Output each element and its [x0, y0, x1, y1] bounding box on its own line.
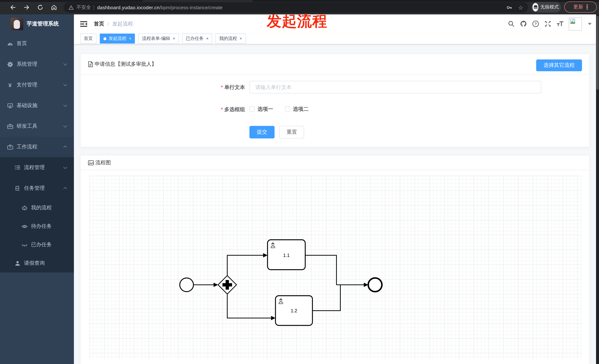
bookmark-star-icon[interactable]: ☆ [518, 5, 523, 10]
flow-task2-to-join [312, 285, 340, 311]
org-branch-icon [14, 185, 21, 192]
sidebar-item-workflow[interactable]: 工作流程 [0, 137, 74, 157]
yen-icon: ¥ [7, 82, 13, 88]
toolbox-icon [7, 123, 13, 130]
view-tab-start-process[interactable]: 发起流程× [100, 34, 135, 43]
document-icon [88, 61, 93, 67]
sidebar-item-dev-tools[interactable]: 研发工具 [0, 116, 74, 137]
reset-button[interactable]: 重置 [279, 126, 304, 138]
annotation-text: 发起流程 [267, 11, 327, 31]
dashboard-icon [7, 40, 13, 47]
forward-icon[interactable] [23, 4, 30, 11]
sidebar-item-label: 首页 [17, 40, 27, 47]
sidebar-item-process-mgmt[interactable]: 流程管理 [0, 157, 74, 178]
omnibox-divider [94, 5, 94, 10]
home-icon[interactable] [51, 4, 57, 11]
incognito-badge: 无痕模式 [531, 2, 561, 13]
font-size-icon[interactable] [556, 20, 564, 27]
view-tab-my-process[interactable]: 我的流程× [216, 34, 246, 43]
checkbox-option-1-label[interactable]: 选项一 [257, 106, 273, 113]
tab-close-icon[interactable]: × [240, 37, 242, 41]
avatar-caret-icon[interactable] [588, 23, 592, 25]
bpmn-parallel-gateway [218, 276, 237, 294]
breadcrumb-home[interactable]: 首页 [94, 20, 104, 27]
app-title: 芋道管理系统 [26, 20, 59, 27]
sidebar-item-label: 系统管理 [17, 61, 37, 68]
page-scrollbar[interactable] [596, 14, 599, 364]
tab-close-icon[interactable]: × [206, 37, 209, 41]
search-icon[interactable] [508, 20, 515, 27]
sidebar-item-my-process[interactable]: 我的流程 [0, 199, 74, 217]
sidebar-item-label: 待办任务 [31, 223, 52, 230]
svg-text:?: ? [535, 22, 537, 26]
chevron-down-icon [63, 103, 67, 107]
view-tabbar: 首页 发起流程× 流程表单-编辑× 已办任务× 我的流程× [74, 33, 599, 44]
flow-task1-to-join [305, 255, 336, 285]
not-secure-icon [68, 5, 74, 10]
scrollbar-thumb[interactable] [596, 16, 599, 90]
update-label[interactable]: 更新 [573, 4, 583, 10]
browser-active-tab[interactable] [142, 0, 253, 2]
bpmn-user-task-2: 1.2 [275, 296, 312, 325]
main-area: 首页 / 发起流程 ? 首页 发起流程× [74, 14, 599, 364]
apply-info-card: 申请信息【测试多审批人】 选择其它流程 *单行文本 *多选框组 选项一 选项二 … [80, 53, 590, 147]
sidebar-item-label: 工作流程 [17, 144, 37, 150]
sidebar-item-label: 支付管理 [17, 82, 37, 88]
app-logo[interactable]: 芋道管理系统 [0, 14, 74, 33]
sidebar-item-label: 研发工具 [17, 123, 37, 130]
sidebar-collapse-icon[interactable] [80, 20, 88, 27]
avatar[interactable] [569, 17, 582, 30]
single-line-text-input[interactable] [249, 81, 541, 93]
fullscreen-icon[interactable] [544, 20, 551, 27]
checkbox-option-1[interactable] [249, 106, 255, 111]
checkbox-option-2-label[interactable]: 选项二 [293, 106, 308, 113]
gear-icon [7, 61, 13, 68]
user-icon [14, 260, 21, 267]
browser-menu-icon[interactable] [587, 4, 588, 10]
submit-button[interactable]: 提交 [249, 126, 274, 138]
url-path[interactable]: /bpm/process-instance/create [159, 5, 222, 10]
chevron-down-icon [63, 83, 67, 86]
tab-close-icon[interactable]: × [173, 37, 175, 41]
page-content: 申请信息【测试多审批人】 选择其它流程 *单行文本 *多选框组 选项一 选项二 … [74, 44, 599, 364]
chevron-down-icon [63, 124, 67, 127]
sidebar-item-leave-query[interactable]: 请假查询 [0, 254, 74, 272]
password-key-icon[interactable] [506, 4, 512, 10]
checkbox-group-label: *多选框组 [221, 106, 245, 113]
sidebar-item-task-mgmt[interactable]: 任务管理 [0, 178, 74, 199]
security-label[interactable]: 不安全 [77, 4, 91, 11]
view-tab-form-edit[interactable]: 流程表单-编辑× [138, 34, 179, 43]
sidebar-item-todo-tasks[interactable]: 待办任务 [0, 217, 74, 236]
reload-icon[interactable] [37, 4, 44, 11]
bpmn-start-event [180, 278, 194, 292]
sidebar-item-payment[interactable]: ¥ 支付管理 [0, 75, 74, 95]
view-tab-done-tasks[interactable]: 已办任务× [182, 34, 212, 43]
card-title: 申请信息【测试多审批人】 [88, 61, 157, 67]
sidebar: 芋道管理系统 首页 系统管理 ¥ 支付管理 基础设施 [0, 14, 74, 364]
incognito-icon [532, 3, 538, 11]
sidebar-item-infrastructure[interactable]: 基础设施 [0, 95, 74, 116]
flow-gateway-to-task1 [227, 255, 264, 276]
chevron-up-icon [63, 146, 67, 149]
view-tab-home[interactable]: 首页 [80, 34, 97, 43]
briefcase-icon [7, 144, 13, 150]
github-icon[interactable] [520, 20, 527, 27]
sidebar-item-home[interactable]: 首页 [0, 33, 74, 54]
tab-close-icon[interactable]: × [129, 37, 131, 41]
checkbox-option-2[interactable] [285, 106, 290, 111]
bpmn-canvas: 1.1 [89, 176, 582, 359]
browser-update-button[interactable]: 更新 [564, 1, 597, 13]
choose-other-process-button[interactable]: 选择其它流程 [536, 59, 582, 71]
url-domain[interactable]: dashboard.yudao.iocoder.cn [97, 5, 159, 10]
sidebar-item-label: 请假查询 [24, 260, 45, 267]
arrowhead [214, 283, 218, 287]
flow-gateway-to-task2 [227, 294, 272, 318]
bpmn-user-task-1: 1.1 [268, 240, 305, 270]
help-icon[interactable]: ? [532, 20, 539, 27]
browser-tabstrip [0, 0, 599, 2]
sidebar-item-system[interactable]: 系统管理 [0, 54, 74, 75]
breadcrumb-separator: / [107, 21, 109, 27]
sidebar-item-done-tasks[interactable]: 已办任务 [0, 236, 74, 254]
back-icon[interactable] [10, 4, 16, 11]
required-asterisk: * [221, 106, 223, 112]
